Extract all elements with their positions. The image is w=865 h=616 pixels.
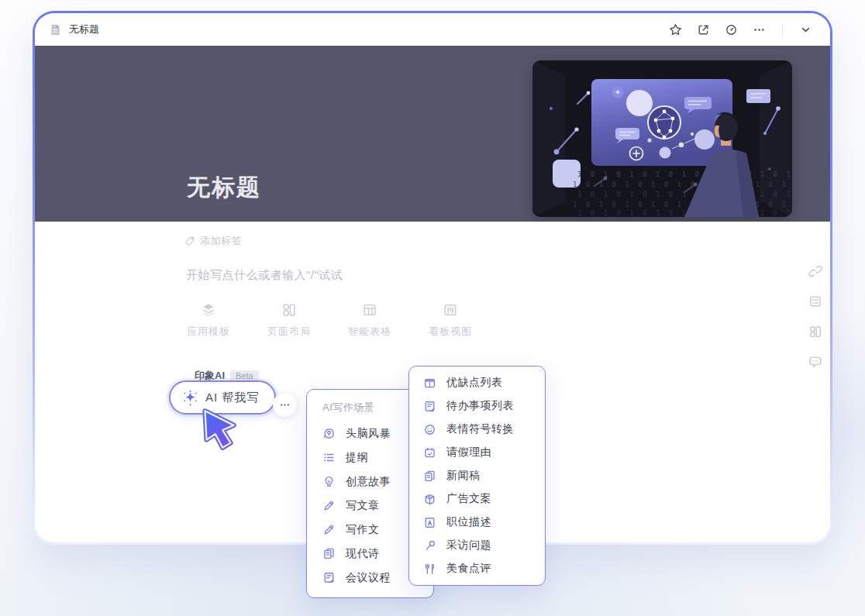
template-app-templates[interactable]: 应用模板 <box>174 302 243 339</box>
template-label: 应用模板 <box>187 325 230 339</box>
template-label: 看板视图 <box>429 325 472 339</box>
history-clock-icon[interactable] <box>724 22 739 37</box>
menu-item-label: 采访问题 <box>446 539 491 552</box>
menu-item-label: 待办事项列表 <box>446 399 514 413</box>
menu-item-job-description[interactable]: 职位描述 <box>409 511 545 534</box>
more-icon[interactable] <box>752 22 767 37</box>
menu-item-interview-questions[interactable]: 采访问题 <box>409 534 545 557</box>
menu-item-label: 美食点评 <box>446 562 491 576</box>
layers-icon <box>201 302 216 318</box>
pen-icon <box>322 523 336 536</box>
table-icon <box>362 302 377 318</box>
menu-item-todo-list[interactable]: 待办事项列表 <box>409 394 545 418</box>
menu-item-label: 广告文案 <box>446 492 491 506</box>
template-label: 页面布局 <box>267 325 311 339</box>
right-side-tools <box>808 264 822 369</box>
page-title: 无标题 <box>187 172 261 204</box>
ai-write-button[interactable]: AI 帮我写 <box>169 380 276 415</box>
food-icon <box>423 563 436 576</box>
hero-illustration-art: 1 0 1 0 1 0 1 0 1 0 1 0 1 0 1 0 1 0 1 0 … <box>532 60 792 217</box>
note-toolbar: 无标题 <box>35 13 830 46</box>
add-tag-button[interactable]: 添加标签 <box>184 234 242 248</box>
outline-icon <box>322 451 336 464</box>
ai-screen <box>591 79 732 166</box>
menu-item-press-release[interactable]: 新闻稿 <box>409 464 545 487</box>
svg-text:1 0 1 0 1 0 1 0 1 0 1 0 1 0 1: 1 0 1 0 1 0 1 0 1 0 1 0 1 0 1 0 1 0 1 0 … <box>577 209 792 217</box>
menu-item-leave-excuse[interactable]: 请假理由 <box>409 441 545 464</box>
template-shortcuts: 应用模板 页面布局 智能表格 看板视图 <box>174 302 485 339</box>
menu-item-label: 提纲 <box>346 451 368 465</box>
package-icon <box>423 493 436 506</box>
emoji-icon <box>423 423 436 436</box>
template-page-layout[interactable]: 页面布局 <box>254 302 324 339</box>
toolbar-actions <box>668 22 813 37</box>
ai-quick-menu: 优缺点列表 待办事项列表 表情符号转换 请假理由 新闻稿 广告文案 职位描述 <box>408 366 546 586</box>
news-icon <box>423 470 436 483</box>
menu-item-label: 现代诗 <box>346 547 380 561</box>
beta-badge: Beta <box>230 370 259 381</box>
idea-icon <box>322 475 336 488</box>
ellipsis-icon <box>279 399 291 411</box>
ai-more-button[interactable] <box>273 393 297 417</box>
chevron-down-icon[interactable] <box>798 22 813 37</box>
menu-item-label: 请假理由 <box>446 446 491 459</box>
menu-item-label: 会议议程 <box>346 571 391 585</box>
menu-item-ad-copy[interactable]: 广告文案 <box>409 487 545 511</box>
template-smart-table[interactable]: 智能表格 <box>335 302 405 339</box>
pen-icon <box>322 499 336 512</box>
agenda-icon <box>322 571 336 584</box>
menu-item-emoji-convert[interactable]: 表情符号转换 <box>409 418 545 441</box>
list-box-icon[interactable] <box>808 294 822 308</box>
microphone-icon <box>423 539 436 552</box>
kanban-icon <box>443 302 458 318</box>
job-doc-icon <box>423 516 436 529</box>
ai-write-button-label: AI 帮我写 <box>205 391 259 405</box>
svg-text:1 0 1 0 1 0 1 0 1 0 1 0 1 0 1: 1 0 1 0 1 0 1 0 1 0 1 0 1 0 1 0 1 0 1 0 … <box>577 170 792 178</box>
ai-sparkle-icon <box>182 390 198 406</box>
layout-blocks-icon[interactable] <box>808 325 822 339</box>
menu-item-pros-cons[interactable]: 优缺点列表 <box>409 371 545 394</box>
todo-icon <box>423 400 436 413</box>
poem-icon <box>322 547 336 560</box>
note-title-topbar: 无标题 <box>69 22 99 36</box>
menu-item-label: 优缺点列表 <box>446 376 503 390</box>
svg-text:1 0 1 0 1 0 1 0 1 0 1 0 1 0 1: 1 0 1 0 1 0 1 0 1 0 1 0 1 0 1 0 1 0 1 0 … <box>573 201 792 208</box>
menu-item-label: 头脑风暴 <box>346 427 391 441</box>
comment-icon[interactable] <box>808 355 822 369</box>
calendar-icon <box>423 446 436 459</box>
template-label: 智能表格 <box>348 325 391 339</box>
page-background: 无标题 无标题 <box>0 0 865 616</box>
link-icon[interactable] <box>808 264 822 278</box>
toolbar-divider <box>782 23 783 36</box>
editor-input[interactable]: 开始写点什么或者输入"/"试试 <box>186 268 343 283</box>
note-header-banner: 无标题 <box>35 46 830 222</box>
menu-item-food-review[interactable]: 美食点评 <box>409 557 545 580</box>
add-tag-label: 添加标签 <box>200 234 242 248</box>
svg-text:1 0 1 0 1 0 1 0 1 0 1 0 1 0 1: 1 0 1 0 1 0 1 0 1 0 1 0 1 0 1 0 1 0 1 0 … <box>573 181 792 188</box>
menu-item-label: 写作文 <box>346 523 380 537</box>
hero-illustration: 1 0 1 0 1 0 1 0 1 0 1 0 1 0 1 0 1 0 1 0 … <box>532 60 792 217</box>
menu-item-label: 职位描述 <box>446 515 491 529</box>
star-icon[interactable] <box>668 22 683 37</box>
brainstorm-icon <box>322 427 336 440</box>
pros-cons-icon <box>423 377 436 390</box>
layout-icon <box>281 302 297 318</box>
share-icon[interactable] <box>696 22 711 37</box>
document-icon <box>49 23 62 36</box>
tag-icon <box>184 236 195 246</box>
menu-item-label: 新闻稿 <box>446 469 481 483</box>
menu-item-label: 表情符号转换 <box>446 422 514 436</box>
template-kanban-view[interactable]: 看板视图 <box>415 302 485 339</box>
menu-item-label: 创意故事 <box>346 475 391 489</box>
menu-item-label: 写文章 <box>346 499 380 513</box>
